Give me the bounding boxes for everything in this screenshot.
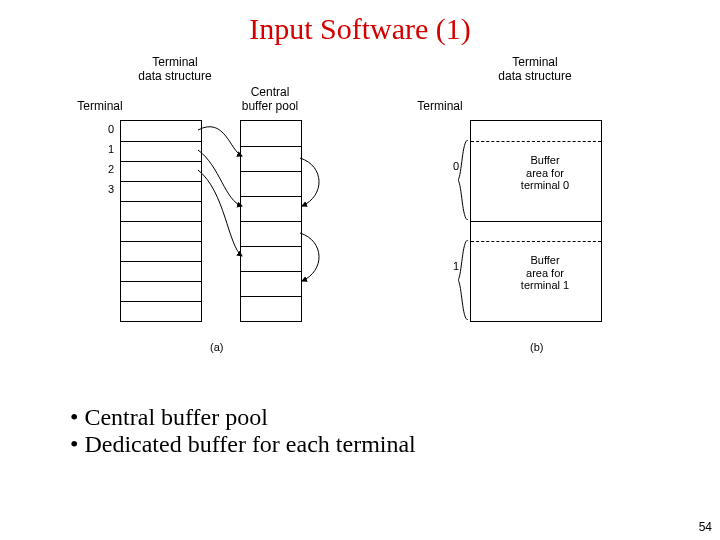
- bullet-1: Central buffer pool: [70, 404, 720, 431]
- page-title: Input Software (1): [0, 12, 720, 46]
- page-number: 54: [699, 520, 712, 534]
- caption-a: (a): [210, 341, 223, 353]
- brace-0: [458, 140, 470, 220]
- label-tds-b: Terminaldata structure: [480, 56, 590, 84]
- bullet-list: Central buffer pool Dedicated buffer for…: [70, 404, 720, 458]
- label-buf1: Bufferarea forterminal 1: [510, 254, 580, 292]
- arrows-a: [80, 56, 340, 336]
- bullet-2: Dedicated buffer for each terminal: [70, 431, 720, 458]
- label-buf0: Bufferarea forterminal 0: [510, 154, 580, 192]
- diagram-area: Terminaldata structure Terminal Centralb…: [80, 56, 640, 396]
- brace-1: [458, 240, 470, 320]
- label-terminal-b: Terminal: [410, 100, 470, 114]
- caption-b: (b): [530, 341, 543, 353]
